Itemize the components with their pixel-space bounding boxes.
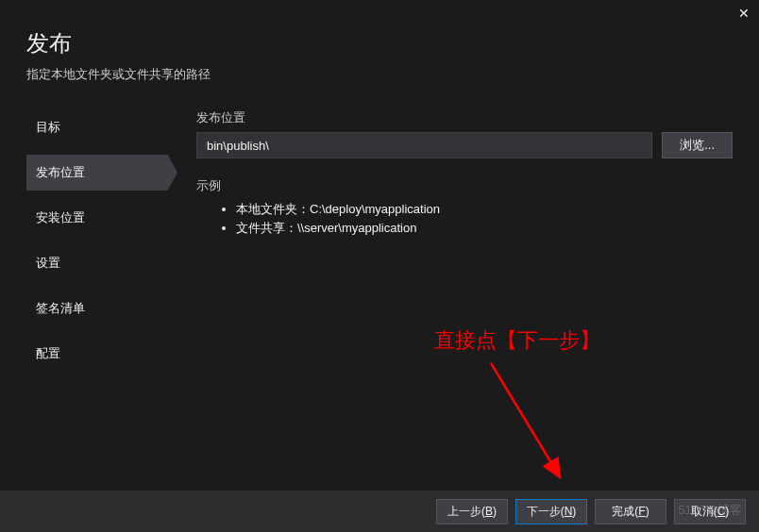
sidebar-item-label: 目标: [36, 120, 60, 134]
browse-button[interactable]: 浏览...: [662, 132, 733, 158]
publish-location-row: 浏览...: [196, 132, 733, 158]
sidebar-item-label: 配置: [36, 346, 60, 360]
example-list: 本地文件夹：C:\deploy\myapplication 文件共享：\\ser…: [196, 200, 733, 238]
example-label: 示例: [196, 177, 733, 194]
sidebar-item-label: 设置: [36, 256, 60, 270]
sidebar-item-label: 发布位置: [36, 165, 85, 179]
sidebar-item-target[interactable]: 目标: [26, 109, 168, 145]
page-title: 发布: [26, 28, 733, 58]
sidebar-item-label: 签名清单: [36, 301, 85, 315]
example-item: 本地文件夹：C:\deploy\myapplication: [236, 200, 733, 219]
prev-button[interactable]: 上一步(B): [436, 499, 508, 524]
sidebar: 目标 发布位置 安装位置 设置 签名清单 配置: [26, 109, 168, 468]
next-button[interactable]: 下一步(N): [515, 499, 587, 524]
close-icon[interactable]: ✕: [738, 6, 750, 21]
dialog-header: 发布 指定本地文件夹或文件共享的路径: [0, 0, 759, 92]
sidebar-item-publish-location[interactable]: 发布位置: [26, 155, 168, 191]
finish-button[interactable]: 完成(F): [595, 499, 666, 524]
sidebar-item-signing-manifest[interactable]: 签名清单: [26, 291, 168, 326]
sidebar-item-label: 安装位置: [36, 210, 85, 224]
sidebar-item-settings[interactable]: 设置: [26, 245, 168, 281]
sidebar-item-configuration[interactable]: 配置: [26, 336, 168, 372]
example-item: 文件共享：\\server\myapplication: [236, 219, 733, 238]
page-subtitle: 指定本地文件夹或文件共享的路径: [26, 66, 733, 83]
annotation-text: 直接点【下一步】: [434, 326, 600, 355]
publish-location-input[interactable]: [196, 132, 652, 158]
publish-location-label: 发布位置: [196, 109, 733, 126]
publish-dialog: ✕ 发布 指定本地文件夹或文件共享的路径 目标 发布位置 安装位置 设置 签名清…: [0, 0, 759, 532]
dialog-footer: 上一步(B) 下一步(N) 完成(F) 取消(C): [0, 490, 759, 532]
cancel-button[interactable]: 取消(C): [674, 499, 746, 524]
dialog-body: 目标 发布位置 安装位置 设置 签名清单 配置 发布位置 浏览...: [0, 109, 759, 468]
sidebar-item-install-location[interactable]: 安装位置: [26, 200, 168, 236]
content-area: 发布位置 浏览... 示例 本地文件夹：C:\deploy\myapplicat…: [168, 109, 733, 468]
